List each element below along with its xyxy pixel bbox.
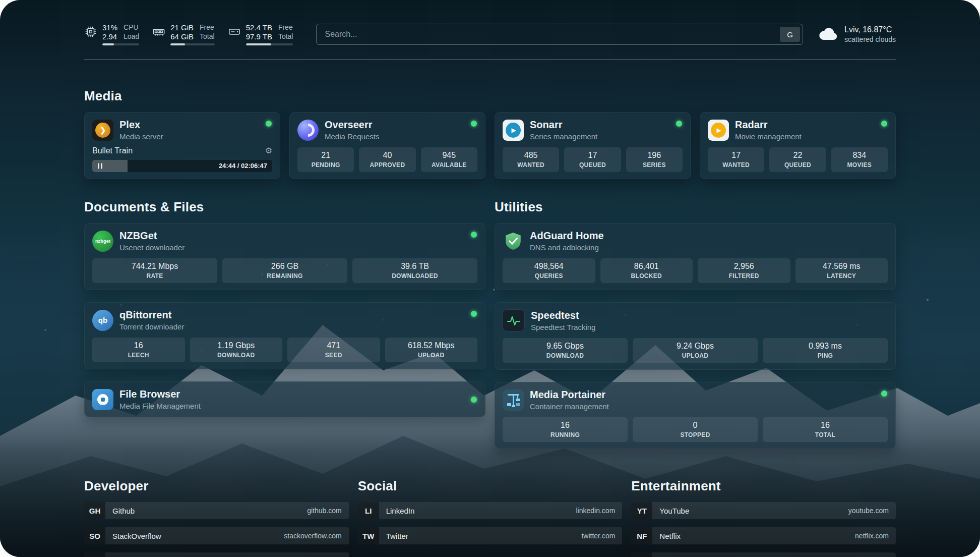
stat-value: 2,956 <box>700 262 788 271</box>
bookmark-name: LinkedIn <box>386 507 415 515</box>
sonarr-play-glyph: ▶ <box>506 123 521 138</box>
stat-value: 498,564 <box>505 262 593 271</box>
section-title-media: Media <box>84 88 896 104</box>
bookmark-twitter[interactable]: TW Twitter twitter.com <box>358 527 623 544</box>
stat-label: LATENCY <box>798 272 886 280</box>
stat-value: 485 <box>505 151 557 160</box>
plex-card[interactable]: ❯ Plex Media server Bullet Train ⚙ 24:44… <box>84 112 280 179</box>
bookmark-abbr: RE <box>631 552 652 557</box>
section-title-documents: Documents & Files <box>84 199 485 215</box>
stat-label: DOWNLOADED <box>354 272 475 280</box>
bookmark-domain: netflix.com <box>855 532 889 540</box>
filebrowser-status-dot <box>471 397 477 403</box>
cloud-icon <box>817 27 838 42</box>
memory-icon <box>152 25 165 38</box>
filebrowser-title: File Browser <box>119 388 201 400</box>
stat-tile: 266 GB REMAINING <box>222 258 347 283</box>
bookmark-domain: linkedin.com <box>576 507 616 515</box>
stat-label: QUEUED <box>566 161 619 169</box>
adguard-title: AdGuard Home <box>530 230 604 242</box>
search-provider-button[interactable]: G <box>780 27 800 42</box>
bookmark-domain: github.com <box>307 507 341 515</box>
stat-value: 196 <box>628 151 681 160</box>
bookmark-linkedin[interactable]: LI LinkedIn linkedin.com <box>358 502 623 519</box>
cpu-progress-fill <box>102 43 114 45</box>
portainer-subtitle: Container management <box>530 402 609 411</box>
search-input[interactable] <box>324 29 780 39</box>
portainer-crane-icon <box>503 389 524 411</box>
stat-tile: 21 PENDING <box>297 147 354 172</box>
speedtest-title: Speedtest <box>531 310 595 321</box>
overseerr-status-dot <box>471 121 477 127</box>
filebrowser-subtitle: Media File Management <box>119 402 201 410</box>
stat-value: 16 <box>94 341 183 350</box>
stat-value: 1.19 Gbps <box>192 341 281 350</box>
stat-value: 17 <box>710 151 762 160</box>
portainer-card[interactable]: Media Portainer Container management 16 … <box>495 382 896 449</box>
stat-tile: 17 QUEUED <box>564 147 621 172</box>
bookmark-reddit[interactable]: RE Reddit reddit.com <box>631 552 896 557</box>
stat-tile: 618.52 Mbps UPLOAD <box>385 338 478 362</box>
radarr-title: Radarr <box>735 119 802 131</box>
cpu-progress-track <box>102 43 139 45</box>
cpu-label-2: Load <box>124 32 139 41</box>
bookmark-youtube[interactable]: YT YouTube youtube.com <box>631 502 896 519</box>
memory-monitor: 21 GiB Free 64 GiB Total <box>152 23 214 45</box>
utilities-column: Utilities <box>495 199 896 449</box>
portainer-status-dot <box>881 391 887 397</box>
bookmark-abbr: TW <box>358 527 379 544</box>
stat-tile: 485 WANTED <box>503 147 559 172</box>
plex-subtitle: Media server <box>119 132 163 141</box>
search-bar[interactable]: G <box>316 24 803 45</box>
documents-column: Documents & Files nzbget NZBGet Usenet d… <box>84 199 485 449</box>
bookmark-netflix[interactable]: NF Netflix netflix.com <box>631 527 896 544</box>
bookmark-group-social: Social LI LinkedIn linkedin.com TW Twitt… <box>358 478 623 557</box>
bookmark-abbr: LI <box>358 502 379 519</box>
overseerr-title: Overseerr <box>325 119 379 131</box>
section-title-utilities: Utilities <box>495 199 896 215</box>
pause-icon[interactable] <box>97 163 103 169</box>
bookmark-abbr: GH <box>84 502 105 519</box>
bookmark-dev[interactable]: DT DEV dev.to <box>84 552 349 557</box>
stat-tile: 9.65 Gbps DOWNLOAD <box>503 338 628 363</box>
bookmark-github[interactable]: GH Github github.com <box>84 502 349 519</box>
sonarr-title: Sonarr <box>530 119 597 131</box>
playback-progress-bar[interactable]: 24:44 / 02:06:47 <box>92 160 272 172</box>
stat-label: REMAINING <box>224 272 345 280</box>
adguard-card[interactable]: AdGuard Home DNS and adblocking 498,564 … <box>495 223 896 290</box>
sonarr-card[interactable]: ▶ Sonarr Series management 485 WANTED 17… <box>495 112 691 179</box>
now-playing-title: Bullet Train <box>92 146 133 155</box>
disk-icon <box>228 25 241 38</box>
stat-label: BLOCKED <box>602 272 691 280</box>
bookmark-group-entertainment: Entertainment YT YouTube youtube.com NF … <box>631 478 896 557</box>
cpu-label-1: CPU <box>124 23 139 32</box>
radarr-card[interactable]: ▶ Radarr Movie management 17 WANTED 22 Q… <box>700 112 896 179</box>
stat-tile: 22 QUEUED <box>769 147 826 172</box>
bookmark-name: YouTube <box>659 507 689 515</box>
stat-value: 16 <box>505 421 626 430</box>
overseerr-card[interactable]: Overseerr Media Requests 21 PENDING 40 A… <box>289 112 485 179</box>
speedtest-card[interactable]: Speedtest Speedtest Tracking 9.65 Gbps D… <box>495 302 896 370</box>
stat-value: 21 <box>299 151 352 160</box>
disk-label-1: Free <box>278 23 293 32</box>
media-card-grid: ❯ Plex Media server Bullet Train ⚙ 24:44… <box>84 112 896 179</box>
qbittorrent-card[interactable]: qb qBittorrent Torrent downloader 16 LEE… <box>84 302 485 369</box>
bookmark-stackoverflow[interactable]: SO StackOverflow stackoverflow.com <box>84 527 349 544</box>
sonarr-subtitle: Series management <box>530 132 597 141</box>
topbar-divider <box>84 60 896 60</box>
bookmark-domain: twitter.com <box>581 532 615 540</box>
plex-title: Plex <box>119 119 163 131</box>
cpu-percent: 31% <box>102 23 117 32</box>
stat-label: DOWNLOAD <box>505 352 626 359</box>
bookmark-abbr: DT <box>84 552 105 557</box>
filebrowser-card[interactable]: File Browser Media File Management <box>84 381 485 417</box>
stat-label: AVAILABLE <box>423 161 475 169</box>
stat-label: PING <box>765 352 886 359</box>
settings-gear-icon[interactable]: ⚙ <box>265 146 272 155</box>
stat-tile: 0.993 ms PING <box>763 338 888 363</box>
stat-value: 9.24 Gbps <box>635 342 756 351</box>
nzbget-card[interactable]: nzbget NZBGet Usenet downloader 744.21 M… <box>84 223 485 290</box>
cpu-icon <box>84 25 97 38</box>
stat-value: 22 <box>771 151 824 160</box>
memory-label-1: Free <box>200 23 215 32</box>
